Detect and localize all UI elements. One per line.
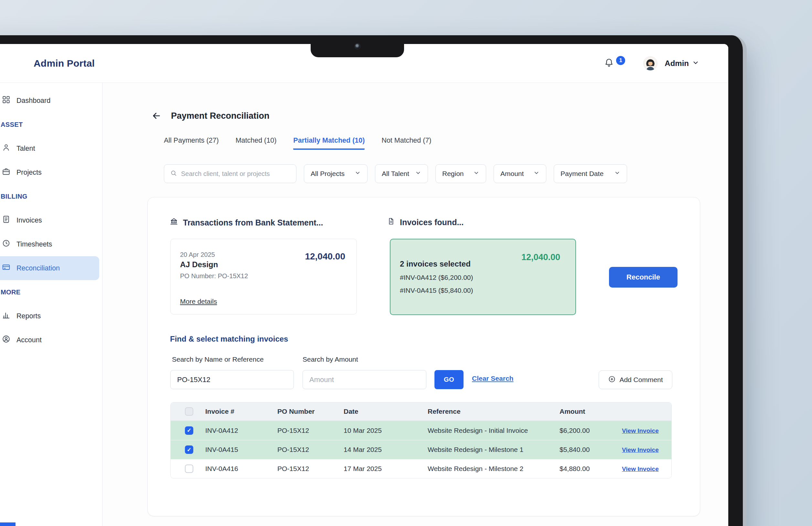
sidebar-item-label: Projects [16,169,42,176]
finder-title: Find & select matching invoices [170,335,288,343]
cell-date: 10 Mar 2025 [344,427,427,435]
tab-not-matched[interactable]: Not Matched (7) [381,137,431,150]
sidebar-item-label: Reports [16,312,41,320]
sidebar-item-label: Invoices [16,216,42,225]
cell-date: 14 Mar 2025 [344,446,427,454]
cell-po: PO-15X12 [277,446,344,454]
cell-amount: $6,200.00 [560,427,622,435]
sidebar-item-projects[interactable]: Projects [0,160,102,184]
table-row: INV-0A416 PO-15X12 17 Mar 2025 Website R… [171,459,671,478]
filter-row: All Projects All Talent Region Amount [164,164,627,183]
bell-icon [604,58,614,69]
webcam-icon [354,43,361,49]
sidebar-item-label: Talent [16,145,35,153]
selected-invoice-1: #INV-0A412 ($6,200.00) [400,274,473,282]
filter-region[interactable]: Region [435,164,486,183]
view-invoice-link[interactable]: View Invoice [622,466,659,472]
table-row: INV-0A415 PO-15X12 14 Mar 2025 Website R… [171,440,671,459]
selection-amount: 12,040.00 [521,252,560,262]
col-po: PO Number [277,408,344,415]
search-name-label: Search by Name or Reference [172,356,264,363]
cell-invoice: INV-0A415 [205,446,277,454]
sidebar-section-billing: BILLING [0,184,102,208]
col-reference: Reference [427,408,560,415]
row-checkbox[interactable] [185,465,193,473]
clock-icon [2,239,10,250]
reconciliation-card: Transactions from Bank Statement... Invo… [147,197,700,516]
col-amount: Amount [560,408,622,415]
avatar[interactable] [643,56,657,71]
sidebar-item-reports[interactable]: Reports [0,304,102,328]
notification-badge: 1 [616,56,625,65]
briefcase-icon [2,167,10,177]
add-comment-button[interactable]: Add Comment [599,370,672,389]
user-menu[interactable]: Admin [665,59,699,68]
cell-reference: Website Redesign - Initial Invoice [427,427,560,435]
back-button[interactable] [150,110,163,122]
more-details-link[interactable]: More details [180,298,217,305]
transaction-amount: 12,040.00 [305,251,345,262]
sidebar-item-account[interactable]: Account [0,328,102,352]
view-invoice-link[interactable]: View Invoice [622,427,659,434]
cell-reference: Website Redesign - Milestone 1 [427,446,560,454]
chevron-down-icon [470,170,479,177]
filter-all-talent[interactable]: All Talent [375,164,428,183]
cell-invoice: INV-0A412 [205,427,277,435]
clear-search-link[interactable]: Clear Search [472,374,513,382]
cell-amount: $4,880.00 [560,465,622,473]
sidebar-item-timesheets[interactable]: Timesheets [0,232,102,256]
cell-invoice: INV-0A416 [205,465,277,473]
sidebar-item-label: Reconciliation [16,264,60,272]
sidebar-item-talent[interactable]: Talent [0,137,102,160]
bottom-left-accent [0,523,15,526]
account-icon [2,335,10,345]
filter-amount[interactable]: Amount [494,164,546,183]
sidebar-item-reconciliation[interactable]: Reconciliation [0,256,99,280]
chevron-down-icon [692,59,699,68]
cell-po: PO-15X12 [277,465,344,473]
screen: Admin Portal 1 [0,44,728,526]
search-input[interactable] [181,170,290,177]
sidebar-item-label: Timesheets [16,240,52,248]
laptop-frame: Admin Portal 1 [0,35,747,526]
bank-transaction-card: 20 Apr 2025 AJ Design PO Number: PO-15X1… [170,239,357,314]
sidebar-section-more: MORE [0,280,102,304]
selected-invoices-card: 2 invoices selected 12,040.00 #INV-0A412… [390,239,576,315]
bank-statement-heading: Transactions from Bank Statement... [170,217,323,228]
notifications-button[interactable]: 1 [604,58,625,69]
col-invoice: Invoice # [205,408,277,415]
transaction-date: 20 Apr 2025 [180,251,215,258]
document-icon [387,217,395,227]
row-checkbox[interactable] [185,426,193,435]
tab-all-payments[interactable]: All Payments (27) [164,137,219,150]
amount-input[interactable] [303,370,426,389]
sidebar-item-label: Account [16,336,42,344]
go-button[interactable]: GO [434,370,464,389]
table-row: INV-0A412 PO-15X12 10 Mar 2025 Website R… [171,421,671,440]
row-checkbox[interactable] [185,445,193,454]
filter-all-projects[interactable]: All Projects [304,164,367,183]
sidebar: Dashboard ASSET Talent Projects BILLING … [0,83,102,526]
select-all-checkbox[interactable] [185,407,193,416]
filter-payment-date[interactable]: Payment Date [554,164,627,183]
transaction-client: AJ Design [180,260,218,269]
view-invoice-link[interactable]: View Invoice [622,446,659,453]
selected-invoice-2: #INV-0A415 ($5,840.00) [400,287,473,294]
sidebar-item-invoices[interactable]: Invoices [0,208,102,232]
person-icon [2,143,10,154]
cell-reference: Website Redesign - Milestone 2 [427,465,560,473]
tab-matched[interactable]: Matched (10) [236,137,277,150]
chevron-down-icon [530,170,539,177]
sidebar-item-dashboard[interactable]: Dashboard [0,89,102,113]
invoices-found-heading: Invoices found... [387,217,464,227]
card-icon [2,263,10,273]
reconcile-button[interactable]: Reconcile [609,267,678,288]
name-reference-input[interactable] [170,370,294,389]
col-date: Date [344,408,427,415]
search-icon [170,170,177,178]
tab-partially-matched[interactable]: Partially Matched (10) [293,137,365,150]
cell-po: PO-15X12 [277,427,344,435]
chevron-down-icon [351,170,361,177]
search-box[interactable] [164,164,296,183]
bar-chart-icon [2,311,10,321]
